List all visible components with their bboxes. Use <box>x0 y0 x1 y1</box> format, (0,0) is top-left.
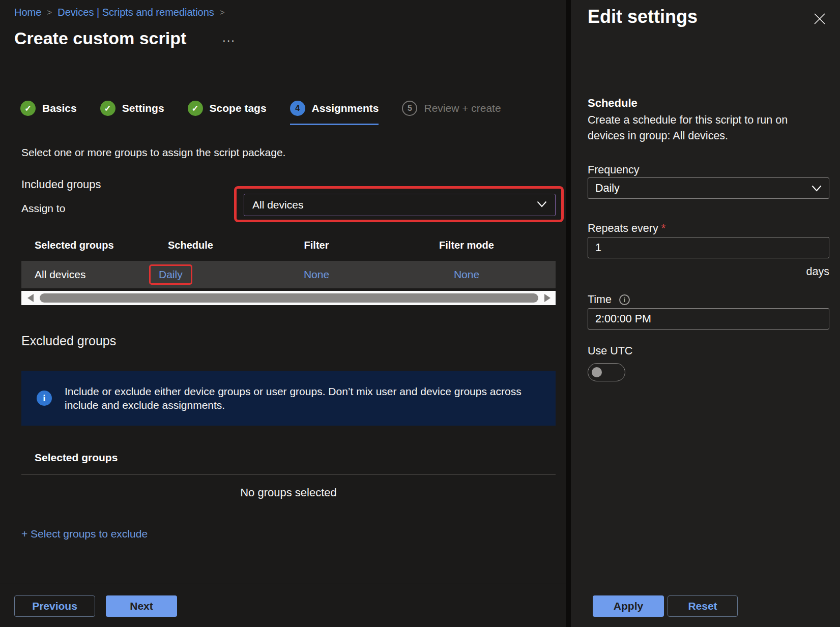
chevron-down-icon <box>812 182 822 195</box>
column-header: Selected groups <box>21 240 148 251</box>
tab-scope-tags[interactable]: ✓ Scope tags <box>188 101 267 125</box>
days-unit-label: days <box>588 265 829 278</box>
tab-label: Review + create <box>424 102 501 114</box>
check-icon: ✓ <box>188 101 203 116</box>
table-row: All devices Daily None None <box>21 261 556 288</box>
tab-label: Scope tags <box>210 102 267 114</box>
excluded-selected-groups-heading: Selected groups <box>35 452 118 464</box>
next-button[interactable]: Next <box>106 595 177 617</box>
divider <box>21 474 556 475</box>
use-utc-label: Use UTC <box>588 345 632 357</box>
breadcrumb-separator: > <box>47 8 52 18</box>
repeats-every-label: Repeats every * <box>588 222 665 235</box>
schedule-link[interactable]: Daily <box>159 268 183 280</box>
breadcrumb: Home > Devices | Scripts and remediation… <box>14 7 225 18</box>
tab-label: Assignments <box>312 102 379 114</box>
filter-cell: None <box>255 268 378 281</box>
tab-label: Basics <box>42 102 77 114</box>
time-label: Time <box>588 293 612 306</box>
schedule-description: Create a schedule for this script to run… <box>588 112 806 144</box>
column-header: Filter mode <box>378 240 556 251</box>
assign-to-label: Assign to <box>21 202 65 215</box>
group-cell: All devices <box>21 268 148 281</box>
tab-label: Settings <box>122 102 164 114</box>
included-groups-table-header: Selected groups Schedule Filter Filter m… <box>21 235 556 255</box>
filter-mode-cell: None <box>378 268 556 281</box>
assign-to-dropdown-value: All devices <box>252 199 537 211</box>
select-groups-to-exclude-link[interactable]: + Select groups to exclude <box>21 528 148 540</box>
assignments-instruction: Select one or more groups to assign the … <box>21 146 285 159</box>
filter-link[interactable]: None <box>304 268 329 280</box>
info-icon[interactable]: i <box>619 294 630 305</box>
previous-button[interactable]: Previous <box>14 595 95 617</box>
breadcrumb-home[interactable]: Home <box>14 7 41 18</box>
reset-button[interactable]: Reset <box>668 595 738 617</box>
filter-mode-link[interactable]: None <box>454 268 479 280</box>
close-icon[interactable] <box>813 12 826 27</box>
column-header: Schedule <box>148 240 255 251</box>
info-banner-text: Include or exclude either device groups … <box>65 384 523 412</box>
page-title: Create custom script <box>14 28 186 48</box>
schedule-heading: Schedule <box>588 97 638 110</box>
app-window: Home > Devices | Scripts and remediation… <box>0 0 840 627</box>
panel-title: Edit settings <box>588 6 698 27</box>
frequency-label: Frequency <box>588 164 640 176</box>
tab-assignments[interactable]: 4 Assignments <box>290 101 379 125</box>
scroll-left-arrow-icon[interactable] <box>27 294 34 302</box>
frequency-dropdown-value: Daily <box>595 182 812 195</box>
toggle-knob <box>592 367 602 377</box>
tab-basics[interactable]: ✓ Basics <box>20 101 77 125</box>
repeats-every-label-text: Repeats every <box>588 222 658 234</box>
required-asterisk: * <box>661 222 665 234</box>
tab-review-create[interactable]: 5 Review + create <box>402 101 501 125</box>
edit-settings-panel: Edit settings Schedule Create a schedule… <box>566 0 840 627</box>
overflow-menu-icon[interactable]: ... <box>222 31 236 45</box>
info-banner: i Include or exclude either device group… <box>21 371 556 426</box>
check-icon: ✓ <box>20 101 36 116</box>
excluded-groups-heading: Excluded groups <box>21 334 116 348</box>
no-groups-text: No groups selected <box>21 486 556 499</box>
included-groups-heading: Included groups <box>21 178 101 191</box>
time-input[interactable]: 2:00:00 PM <box>588 308 829 330</box>
step-number-icon: 4 <box>290 101 305 116</box>
chevron-down-icon <box>537 200 547 210</box>
scrollbar-thumb[interactable] <box>40 293 538 303</box>
step-number-icon: 5 <box>402 101 417 116</box>
apply-button[interactable]: Apply <box>593 595 664 617</box>
info-icon: i <box>37 391 52 406</box>
horizontal-scrollbar[interactable] <box>21 291 556 305</box>
scroll-right-arrow-icon[interactable] <box>544 294 551 302</box>
breadcrumb-devices[interactable]: Devices | Scripts and remediations <box>57 7 214 18</box>
use-utc-toggle[interactable] <box>588 363 625 381</box>
check-icon: ✓ <box>100 101 115 116</box>
column-header: Filter <box>255 240 378 251</box>
assign-to-dropdown[interactable]: All devices <box>244 194 556 216</box>
repeats-every-input[interactable]: 1 <box>588 237 829 258</box>
schedule-cell: Daily <box>148 264 255 285</box>
time-label-row: Time i <box>588 293 630 306</box>
frequency-dropdown[interactable]: Daily <box>588 177 829 199</box>
red-highlight-box: Daily <box>149 264 192 285</box>
tab-settings[interactable]: ✓ Settings <box>100 101 164 125</box>
breadcrumb-separator: > <box>220 8 225 18</box>
wizard-steps: ✓ Basics ✓ Settings ✓ Scope tags 4 Assig… <box>20 101 501 125</box>
